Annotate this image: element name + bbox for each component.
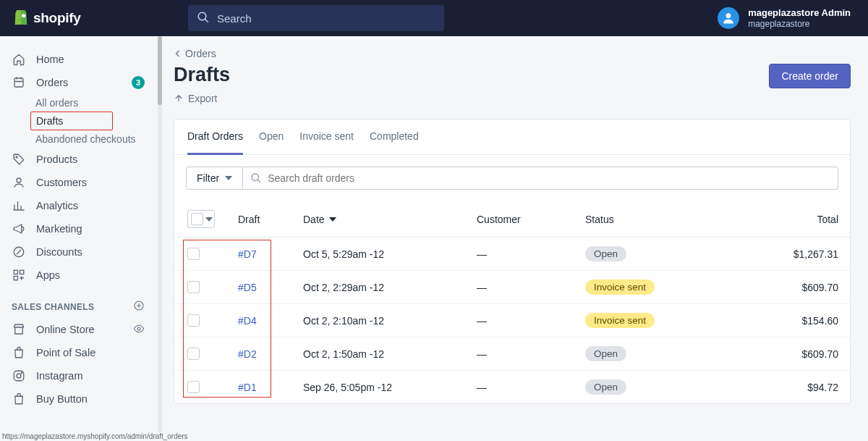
export-icon (174, 93, 184, 104)
row-customer: — (465, 337, 574, 371)
tab-draft-orders[interactable]: Draft Orders (187, 119, 243, 155)
tab-open[interactable]: Open (259, 119, 284, 155)
row-customer: — (465, 271, 574, 304)
eye-icon[interactable] (133, 323, 145, 337)
instagram-icon (12, 369, 26, 383)
row-checkbox[interactable] (187, 381, 200, 393)
sidebar-item-buy-button[interactable]: Buy Button (0, 387, 156, 411)
table-row[interactable]: #D5Oct 2, 2:29am -12—Invoice sent$609.70 (174, 271, 850, 304)
main-content: Orders Drafts Create order Export Draft … (156, 36, 868, 441)
draft-link[interactable]: #D5 (238, 282, 257, 293)
sidebar: Home Orders 3 All orders Drafts Abandone… (0, 36, 156, 441)
sidebar-item-apps[interactable]: Apps (0, 264, 156, 287)
brand-logo[interactable]: shopify (0, 9, 182, 28)
table-row[interactable]: #D1Sep 26, 5:05pm -12—Open$94.72 (174, 371, 850, 404)
sidebar-sub-drafts[interactable]: Drafts (30, 112, 113, 130)
svg-point-3 (16, 156, 17, 158)
status-badge: Open (585, 246, 626, 261)
col-total[interactable]: Total (763, 201, 850, 238)
page-title: Drafts (174, 64, 230, 86)
svg-point-12 (17, 374, 21, 378)
table-row[interactable]: #D4Oct 2, 2:10am -12—Invoice sent$154.60 (174, 304, 850, 337)
sidebar-item-pos[interactable]: Point of Sale (0, 341, 156, 364)
bag-icon (12, 345, 26, 360)
tag-icon (12, 152, 26, 167)
chevron-left-icon (174, 49, 182, 58)
table-row[interactable]: #D7Oct 5, 5:29am -12—Open$1,267.31 (174, 238, 850, 271)
row-checkbox[interactable] (187, 281, 200, 293)
drafts-table: Draft Date Customer Status Total #D7Oct … (174, 201, 850, 403)
col-draft[interactable]: Draft (226, 201, 292, 238)
orders-badge: 3 (132, 76, 145, 89)
svg-rect-0 (22, 14, 25, 17)
discount-icon (12, 245, 26, 259)
row-total: $609.70 (763, 337, 850, 371)
tab-completed[interactable]: Completed (370, 119, 419, 155)
user-name: mageplazastore Admin (748, 7, 851, 19)
tabs: Draft Orders Open Invoice sent Completed (174, 119, 850, 155)
draft-link[interactable]: #D2 (238, 348, 257, 360)
search-icon (197, 11, 210, 26)
draft-link[interactable]: #D4 (238, 315, 257, 327)
bag-icon (12, 392, 26, 406)
analytics-icon (12, 198, 26, 213)
sidebar-item-products[interactable]: Products (0, 148, 156, 171)
create-order-button[interactable]: Create order (769, 64, 851, 88)
sidebar-sub-all-orders[interactable]: All orders (0, 94, 156, 112)
add-channel-icon[interactable] (133, 300, 145, 314)
user-store: mageplazastore (748, 19, 851, 29)
select-all-header[interactable] (174, 201, 226, 238)
breadcrumb-back[interactable]: Orders (174, 48, 851, 64)
sidebar-item-discounts[interactable]: Discounts (0, 240, 156, 264)
status-bar-url: https://mageplazastore.myshopify.com/adm… (0, 432, 190, 441)
sidebar-label: Apps (36, 269, 60, 281)
svg-rect-7 (20, 270, 24, 274)
export-button[interactable]: Export (174, 93, 217, 104)
status-badge: Open (585, 379, 626, 395)
select-all-checkbox[interactable] (191, 213, 203, 225)
sidebar-item-marketing[interactable]: Marketing (0, 217, 156, 240)
status-badge: Open (585, 346, 626, 361)
svg-point-1 (726, 13, 731, 18)
drafts-card: Draft Orders Open Invoice sent Completed… (174, 119, 851, 404)
sidebar-item-online-store[interactable]: Online Store (0, 318, 156, 341)
apps-icon (12, 268, 26, 282)
col-date[interactable]: Date (292, 201, 465, 238)
shopify-bag-icon (13, 9, 29, 28)
row-customer: — (465, 238, 574, 271)
table-row[interactable]: #D2Oct 2, 1:50am -12—Open$609.70 (174, 337, 850, 371)
sidebar-label: Customers (36, 177, 87, 188)
sidebar-item-home[interactable]: Home (0, 48, 156, 71)
draft-link[interactable]: #D7 (238, 248, 257, 260)
search-orders[interactable] (243, 167, 838, 190)
svg-rect-2 (14, 78, 23, 87)
sidebar-label: Discounts (36, 246, 82, 258)
sidebar-item-orders[interactable]: Orders 3 (0, 71, 156, 94)
top-bar: shopify mageplazastore Admin mageplazast… (0, 0, 868, 36)
sidebar-item-analytics[interactable]: Analytics (0, 194, 156, 217)
scrollbar-thumb[interactable] (158, 36, 162, 105)
caret-down-icon[interactable] (203, 214, 213, 225)
global-search[interactable] (182, 5, 450, 31)
user-menu[interactable]: mageplazastore Admin mageplazastore (706, 7, 868, 29)
tab-invoice-sent[interactable]: Invoice sent (299, 119, 354, 155)
sidebar-label: Analytics (36, 200, 78, 211)
search-input[interactable] (217, 12, 435, 25)
sidebar-sub-abandoned[interactable]: Abandoned checkouts (0, 130, 156, 148)
col-status[interactable]: Status (574, 201, 763, 238)
sidebar-item-instagram[interactable]: Instagram (0, 364, 156, 387)
search-icon (250, 172, 262, 184)
row-checkbox[interactable] (187, 348, 200, 360)
col-customer[interactable]: Customer (465, 201, 574, 238)
filter-button[interactable]: Filter (186, 167, 243, 190)
megaphone-icon (12, 222, 26, 236)
row-date: Oct 2, 2:29am -12 (292, 271, 465, 304)
draft-link[interactable]: #D1 (238, 382, 257, 393)
row-date: Oct 5, 5:29am -12 (292, 238, 465, 271)
sidebar-item-customers[interactable]: Customers (0, 171, 156, 194)
row-customer: — (465, 371, 574, 404)
row-checkbox[interactable] (187, 248, 200, 260)
row-checkbox[interactable] (187, 314, 200, 327)
person-icon (12, 175, 26, 190)
search-orders-input[interactable] (268, 167, 830, 189)
